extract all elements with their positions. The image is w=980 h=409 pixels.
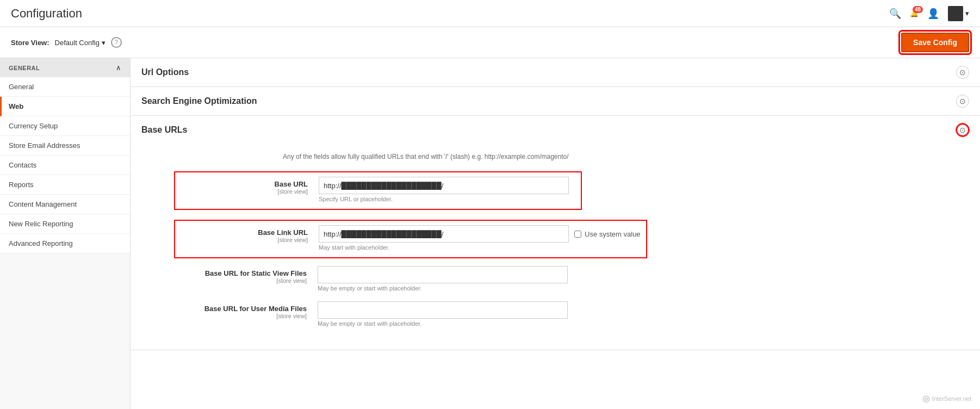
sidebar-section-general[interactable]: GENERAL ∧: [0, 58, 130, 77]
base-url-label-wrap: Base URL [store view]: [177, 177, 319, 195]
section-seo: Search Engine Optimization ⊙: [131, 87, 980, 116]
field-row-base-url-static: Base URL for Static View Files [store vi…: [176, 266, 969, 292]
watermark-text: InterServer.net: [932, 395, 971, 402]
base-url-static-label: Base URL for Static View Files: [205, 269, 307, 277]
base-url-static-input-wrap: May be empty or start with placeholder.: [318, 266, 969, 292]
use-system-value-label: Use system value: [585, 230, 641, 238]
sidebar-section-title: GENERAL: [9, 65, 40, 71]
store-view-select[interactable]: Default Config ▾: [55, 39, 106, 47]
field-row-base-url: Base URL [store view] Specify URL or pla…: [177, 177, 579, 202]
section-base-urls-header[interactable]: Base URLs ⊙: [131, 116, 980, 144]
store-view-left: Store View: Default Config ▾ ?: [11, 37, 122, 48]
base-url-note: Specify URL or placeholder.: [319, 196, 579, 202]
sidebar-item-advanced-reporting[interactable]: Advanced Reporting: [0, 234, 130, 253]
section-url-options: Url Options ⊙: [131, 58, 980, 87]
section-url-options-header[interactable]: Url Options ⊙: [131, 58, 980, 86]
section-seo-toggle[interactable]: ⊙: [956, 95, 969, 108]
save-config-button[interactable]: Save Config: [901, 33, 969, 52]
watermark-logo-icon: ◎: [922, 393, 930, 404]
section-base-urls: Base URLs ⊙ Any of the fields allow full…: [131, 116, 980, 350]
base-url-media-sublabel: [store view]: [176, 313, 307, 319]
base-url-input-wrap: Specify URL or placeholder.: [319, 177, 579, 202]
use-system-value-wrap: Use system value: [574, 230, 641, 238]
field-row-base-link-url: Base Link URL [store view] Use system va…: [177, 225, 644, 251]
sidebar-item-contacts[interactable]: Contacts: [0, 156, 130, 175]
field-row-base-url-media: Base URL for User Media Files [store vie…: [176, 301, 969, 327]
base-url-static-sublabel: [store view]: [176, 277, 307, 284]
sidebar-item-general[interactable]: General: [0, 77, 130, 97]
base-url-media-label: Base URL for User Media Files: [204, 305, 307, 313]
dropdown-arrow-icon: ▾: [965, 9, 969, 17]
base-url-media-note: May be empty or start with placeholder.: [318, 320, 969, 327]
sidebar-item-web[interactable]: Web: [0, 97, 130, 116]
section-base-urls-toggle[interactable]: ⊙: [956, 123, 969, 137]
sidebar: GENERAL ∧ General Web Currency Setup Sto…: [0, 58, 131, 409]
base-link-url-input[interactable]: [319, 225, 569, 243]
base-url-static-input[interactable]: [318, 266, 568, 283]
use-system-value-checkbox[interactable]: [574, 231, 581, 238]
header-actions: 🔍 🔔 48 👤 ▾: [889, 6, 969, 21]
base-url-static-label-wrap: Base URL for Static View Files [store vi…: [176, 266, 318, 284]
store-view-value: Default Config: [55, 39, 100, 47]
notification-count: 48: [913, 6, 923, 13]
user-avatar: [948, 6, 963, 21]
base-link-url-input-wrap: Use system value May start with placehol…: [319, 225, 644, 251]
footer-watermark: ◎ InterServer.net: [922, 393, 971, 404]
section-base-urls-title: Base URLs: [141, 125, 187, 135]
base-link-url-sublabel: [store view]: [177, 237, 308, 243]
sidebar-item-content-management[interactable]: Content Management: [0, 195, 130, 214]
base-url-input-row: [319, 177, 579, 194]
notification-bell[interactable]: 🔔 48: [910, 9, 919, 17]
section-url-options-toggle[interactable]: ⊙: [956, 66, 969, 79]
section-seo-title: Search Engine Optimization: [141, 96, 257, 106]
sidebar-item-currency-setup[interactable]: Currency Setup: [0, 116, 130, 136]
base-link-url-note: May start with placeholder.: [319, 244, 644, 251]
search-icon[interactable]: 🔍: [889, 8, 901, 20]
base-link-url-label: Base Link URL: [258, 228, 308, 237]
sidebar-item-reports[interactable]: Reports: [0, 175, 130, 195]
base-url-label: Base URL: [275, 180, 308, 188]
section-seo-header[interactable]: Search Engine Optimization ⊙: [131, 87, 980, 115]
content-area: Url Options ⊙ Search Engine Optimization…: [131, 58, 980, 409]
section-url-options-title: Url Options: [141, 67, 189, 77]
base-url-static-note: May be empty or start with placeholder.: [318, 285, 969, 292]
user-icon[interactable]: 👤: [927, 8, 939, 20]
section-base-urls-body: Any of the fields allow fully qualified …: [131, 144, 980, 350]
help-icon[interactable]: ?: [111, 37, 122, 48]
base-url-media-label-wrap: Base URL for User Media Files [store vie…: [176, 301, 318, 319]
user-dropdown[interactable]: ▾: [948, 6, 969, 21]
store-view-bar: Store View: Default Config ▾ ? Save Conf…: [0, 27, 980, 58]
sidebar-item-store-email[interactable]: Store Email Addresses: [0, 136, 130, 156]
base-link-url-label-wrap: Base Link URL [store view]: [177, 225, 319, 243]
sidebar-item-new-relic[interactable]: New Relic Reporting: [0, 214, 130, 234]
main-layout: GENERAL ∧ General Web Currency Setup Sto…: [0, 58, 980, 409]
base-url-input[interactable]: [319, 177, 569, 194]
base-urls-description: Any of the fields allow fully qualified …: [141, 153, 969, 160]
base-link-url-input-row: Use system value: [319, 225, 644, 243]
base-url-sublabel: [store view]: [177, 188, 308, 195]
sidebar-collapse-icon: ∧: [116, 64, 121, 72]
base-url-media-input-wrap: May be empty or start with placeholder.: [318, 301, 969, 327]
page-title: Configuration: [11, 7, 82, 21]
top-header: Configuration 🔍 🔔 48 👤 ▾: [0, 0, 980, 27]
store-view-dropdown-icon: ▾: [102, 39, 106, 47]
store-view-label: Store View:: [11, 39, 49, 47]
base-url-media-input[interactable]: [318, 301, 568, 319]
